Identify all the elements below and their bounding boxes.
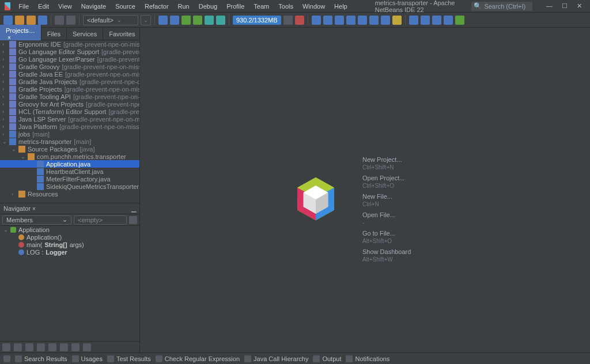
tree-row[interactable]: ›Gradle Java EE [gradle-prevent-npe-on-m…	[0, 70, 139, 78]
redo-icon[interactable]	[66, 16, 75, 25]
filter-combo[interactable]: <empty>	[74, 215, 127, 225]
gc-icon[interactable]	[283, 16, 293, 25]
twisty-icon[interactable]: ⌄	[2, 139, 7, 145]
twisty-icon[interactable]: ›	[2, 71, 7, 77]
project-combo[interactable]: ⌄	[141, 15, 151, 25]
new-project-icon[interactable]	[15, 16, 24, 25]
navigator-row[interactable]: LOG : Logger	[0, 248, 139, 256]
start-action[interactable]: New Project...	[362, 156, 411, 164]
tool-icon-3[interactable]	[323, 16, 332, 25]
tool-icon-5[interactable]	[346, 16, 355, 25]
navigator-tree[interactable]: ⌄ApplicationApplication()main(String[] a…	[0, 226, 139, 341]
tab-files[interactable]: Files	[41, 28, 67, 40]
bottombar-java-call-hierarchy[interactable]: Java Call Hierarchy	[244, 355, 308, 362]
tree-row[interactable]: ›HCL (Terraform) Editor Support [gradle-…	[0, 108, 139, 115]
tree-row[interactable]: ⌄metrics-transporter [main]	[0, 138, 139, 145]
nav-btn-7[interactable]	[71, 343, 80, 351]
menu-profile[interactable]: Profile	[222, 1, 249, 12]
menu-tools[interactable]: Tools	[274, 1, 298, 12]
twisty-icon[interactable]: ›	[2, 41, 7, 47]
tree-row[interactable]: ›Go Language Editor Support [gradle-prev…	[0, 48, 139, 55]
menu-source[interactable]: Source	[111, 1, 140, 12]
tree-row[interactable]: ›Gradle Java Projects [gradle-prevent-np…	[0, 78, 139, 85]
twisty-icon[interactable]: ⌄	[21, 154, 25, 160]
members-combo[interactable]: Members⌄	[2, 215, 71, 225]
tree-row[interactable]: ⌄Source Packages [java]	[0, 145, 139, 153]
menu-file[interactable]: File	[14, 1, 33, 12]
panel-minimize-icon[interactable]: ▁	[131, 205, 136, 213]
menu-edit[interactable]: Edit	[33, 1, 54, 12]
tool-icon-10[interactable]	[409, 16, 418, 25]
undo-icon[interactable]	[55, 16, 64, 25]
twisty-icon[interactable]: ›	[2, 131, 7, 137]
tool-icon-11[interactable]	[421, 16, 430, 25]
tool-icon-9[interactable]	[392, 16, 402, 25]
tool-icon-4[interactable]	[335, 16, 344, 25]
twisty-icon[interactable]: ›	[2, 64, 7, 70]
menu-navigate[interactable]: Navigate	[77, 1, 111, 12]
nav-btn-4[interactable]	[37, 343, 45, 351]
menu-debug[interactable]: Debug	[194, 1, 222, 12]
tree-row[interactable]: ›Java Platform [gradle-prevent-npe-on-mi…	[0, 123, 139, 130]
tab-favorites[interactable]: Favorites	[103, 28, 141, 40]
tree-row[interactable]: ›Ergonomic IDE [gradle-prevent-npe-on-mi…	[0, 40, 139, 48]
tree-row[interactable]: ›jobs [main]	[0, 130, 139, 138]
twisty-icon[interactable]: ›	[2, 124, 7, 130]
start-action[interactable]: Open Project...	[362, 174, 411, 183]
menu-window[interactable]: Window	[298, 1, 330, 12]
tree-row[interactable]: ›Resources	[0, 190, 139, 198]
tool-icon-8[interactable]	[381, 16, 390, 25]
twisty-icon[interactable]: ⌄	[12, 146, 16, 152]
maximize-button[interactable]: ☐	[562, 2, 568, 10]
clean-build-icon[interactable]	[170, 16, 179, 25]
open-project-icon[interactable]	[27, 16, 36, 25]
profile-icon[interactable]	[205, 16, 214, 25]
bottombar-test-results[interactable]: Test Results	[107, 355, 151, 362]
bottombar-search-results[interactable]: Search Results	[15, 355, 67, 362]
tree-row[interactable]: Application.java	[0, 160, 139, 168]
nav-btn-6[interactable]	[60, 343, 68, 351]
memory-indicator[interactable]: 930.2/1332MB	[233, 16, 281, 25]
tool-icon-7[interactable]	[369, 16, 379, 25]
close-icon[interactable]: ×	[7, 35, 11, 41]
navigator-row[interactable]: Application()	[0, 233, 139, 241]
run-icon[interactable]	[181, 16, 191, 25]
tree-row[interactable]: ›Gradle Projects [gradle-prevent-npe-on-…	[0, 85, 139, 93]
history-icon[interactable]	[129, 216, 137, 224]
bottombar-notifications[interactable]: Notifications	[346, 355, 389, 362]
tool-icon-13[interactable]	[444, 16, 453, 25]
nav-btn-1[interactable]	[2, 343, 10, 351]
debug-icon[interactable]	[193, 16, 202, 25]
twisty-icon[interactable]: ›	[2, 86, 7, 92]
tool-icon-2[interactable]	[312, 16, 321, 25]
tree-row[interactable]: ›Go Language Lexer/Parser [gradle-preven…	[0, 55, 139, 63]
twisty-icon[interactable]: ›	[2, 49, 7, 55]
save-all-icon[interactable]	[38, 16, 47, 25]
twisty-icon[interactable]: ›	[2, 56, 7, 62]
bottombar-output[interactable]: Output	[313, 355, 341, 362]
bottombar-usages[interactable]: Usages	[72, 355, 103, 362]
navigator-row[interactable]: main(String[] args)	[0, 241, 139, 248]
navigator-row[interactable]: ⌄Application	[0, 226, 139, 233]
new-file-icon[interactable]	[3, 16, 13, 25]
nav-btn-2[interactable]	[14, 343, 22, 351]
tree-row[interactable]: ›Gradle Tooling API [gradle-prevent-npe-…	[0, 93, 139, 100]
build-icon[interactable]	[158, 16, 168, 25]
start-action[interactable]: New File...	[362, 192, 411, 201]
expand-icon[interactable]	[3, 355, 10, 362]
tree-row[interactable]: HeartbeatClient.java	[0, 168, 139, 175]
minimize-button[interactable]: —	[546, 2, 553, 10]
start-action[interactable]: Show Dashboard	[362, 248, 411, 256]
twisty-icon[interactable]: ›	[2, 79, 7, 85]
twisty-icon[interactable]: ›	[2, 101, 7, 107]
menu-run[interactable]: Run	[173, 1, 194, 12]
menu-refactor[interactable]: Refactor	[140, 1, 173, 12]
menu-team[interactable]: Team	[249, 1, 274, 12]
tree-row[interactable]: ⌄com.punchh.metrics.transporter	[0, 153, 139, 160]
tree-row[interactable]: MeterFilterFactory.java	[0, 175, 139, 183]
close-icon[interactable]: ×	[32, 206, 36, 212]
twisty-icon[interactable]: ›	[2, 116, 7, 122]
tool-icon-6[interactable]	[358, 16, 367, 25]
attach-icon[interactable]	[216, 16, 225, 25]
menu-view[interactable]: View	[54, 1, 77, 12]
